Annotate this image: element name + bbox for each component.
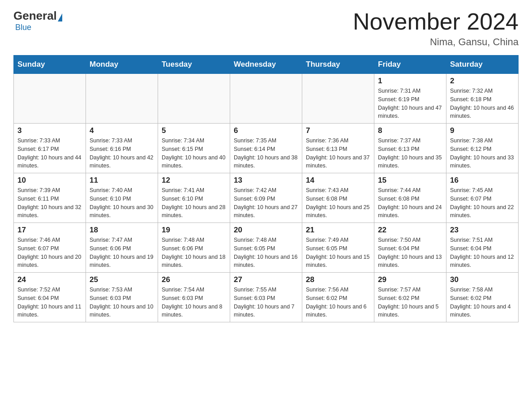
- day-info: Sunrise: 7:54 AMSunset: 6:03 PMDaylight:…: [162, 286, 226, 319]
- weekday-header-friday: Friday: [374, 56, 446, 74]
- week-row-1: 1Sunrise: 7:31 AMSunset: 6:19 PMDaylight…: [14, 74, 519, 124]
- logo-general-text: General: [13, 9, 57, 23]
- weekday-header-thursday: Thursday: [302, 56, 374, 74]
- day-number: 21: [306, 226, 370, 235]
- week-row-2: 3Sunrise: 7:33 AMSunset: 6:17 PMDaylight…: [14, 124, 519, 173]
- day-info: Sunrise: 7:32 AMSunset: 6:18 PMDaylight:…: [450, 87, 515, 120]
- weekday-header-saturday: Saturday: [446, 56, 519, 74]
- day-number: 9: [450, 126, 515, 135]
- day-number: 14: [306, 176, 370, 185]
- calendar-cell: 2Sunrise: 7:32 AMSunset: 6:18 PMDaylight…: [446, 74, 519, 124]
- day-info: Sunrise: 7:58 AMSunset: 6:02 PMDaylight:…: [450, 286, 515, 319]
- day-number: 23: [450, 226, 515, 235]
- calendar-cell: 25Sunrise: 7:53 AMSunset: 6:03 PMDayligh…: [86, 273, 158, 322]
- day-info: Sunrise: 7:37 AMSunset: 6:13 PMDaylight:…: [378, 137, 442, 170]
- weekday-header-wednesday: Wednesday: [230, 56, 302, 74]
- calendar-cell: 5Sunrise: 7:34 AMSunset: 6:15 PMDaylight…: [158, 124, 230, 173]
- day-number: 1: [378, 77, 442, 86]
- weekday-header-sunday: Sunday: [14, 56, 86, 74]
- calendar-cell: 12Sunrise: 7:41 AMSunset: 6:10 PMDayligh…: [158, 173, 230, 223]
- calendar-cell: 14Sunrise: 7:43 AMSunset: 6:08 PMDayligh…: [302, 173, 374, 223]
- day-number: 2: [450, 77, 515, 86]
- logo: General Blue: [13, 9, 63, 32]
- day-info: Sunrise: 7:39 AMSunset: 6:11 PMDaylight:…: [17, 186, 82, 220]
- calendar-cell: 9Sunrise: 7:38 AMSunset: 6:12 PMDaylight…: [446, 124, 519, 173]
- calendar-cell: [230, 74, 302, 124]
- day-number: 8: [378, 126, 442, 135]
- calendar-cell: 8Sunrise: 7:37 AMSunset: 6:13 PMDaylight…: [374, 124, 446, 173]
- day-number: 22: [378, 226, 442, 235]
- day-info: Sunrise: 7:56 AMSunset: 6:02 PMDaylight:…: [306, 286, 370, 319]
- day-number: 30: [450, 275, 515, 284]
- day-number: 25: [90, 275, 154, 284]
- day-number: 10: [17, 176, 82, 185]
- calendar-cell: [158, 74, 230, 124]
- calendar-cell: 1Sunrise: 7:31 AMSunset: 6:19 PMDaylight…: [374, 74, 446, 124]
- weekday-header-monday: Monday: [86, 56, 158, 74]
- day-info: Sunrise: 7:45 AMSunset: 6:07 PMDaylight:…: [450, 186, 515, 220]
- day-info: Sunrise: 7:35 AMSunset: 6:14 PMDaylight:…: [234, 137, 298, 170]
- day-info: Sunrise: 7:55 AMSunset: 6:03 PMDaylight:…: [234, 286, 298, 319]
- calendar-cell: 4Sunrise: 7:33 AMSunset: 6:16 PMDaylight…: [86, 124, 158, 173]
- day-info: Sunrise: 7:49 AMSunset: 6:05 PMDaylight:…: [306, 236, 370, 270]
- week-row-4: 17Sunrise: 7:46 AMSunset: 6:07 PMDayligh…: [14, 223, 519, 273]
- day-number: 11: [90, 176, 154, 185]
- header-row: SundayMondayTuesdayWednesdayThursdayFrid…: [14, 56, 519, 74]
- day-number: 26: [162, 275, 226, 284]
- day-number: 5: [162, 126, 226, 135]
- calendar-cell: [86, 74, 158, 124]
- calendar-cell: 19Sunrise: 7:48 AMSunset: 6:06 PMDayligh…: [158, 223, 230, 273]
- title-area: November 2024 Nima, Gansu, China: [353, 9, 519, 48]
- calendar-cell: 26Sunrise: 7:54 AMSunset: 6:03 PMDayligh…: [158, 273, 230, 322]
- day-info: Sunrise: 7:33 AMSunset: 6:17 PMDaylight:…: [17, 137, 82, 170]
- day-number: 20: [234, 226, 298, 235]
- day-info: Sunrise: 7:50 AMSunset: 6:04 PMDaylight:…: [378, 236, 442, 270]
- calendar-cell: 10Sunrise: 7:39 AMSunset: 6:11 PMDayligh…: [14, 173, 86, 223]
- day-info: Sunrise: 7:51 AMSunset: 6:04 PMDaylight:…: [450, 236, 515, 270]
- calendar-cell: 6Sunrise: 7:35 AMSunset: 6:14 PMDaylight…: [230, 124, 302, 173]
- day-number: 7: [306, 126, 370, 135]
- day-number: 4: [90, 126, 154, 135]
- day-info: Sunrise: 7:57 AMSunset: 6:02 PMDaylight:…: [378, 286, 442, 319]
- day-info: Sunrise: 7:52 AMSunset: 6:04 PMDaylight:…: [17, 286, 82, 319]
- day-number: 13: [234, 176, 298, 185]
- calendar-cell: 30Sunrise: 7:58 AMSunset: 6:02 PMDayligh…: [446, 273, 519, 322]
- calendar-cell: 17Sunrise: 7:46 AMSunset: 6:07 PMDayligh…: [14, 223, 86, 273]
- day-info: Sunrise: 7:41 AMSunset: 6:10 PMDaylight:…: [162, 186, 226, 220]
- calendar-cell: 22Sunrise: 7:50 AMSunset: 6:04 PMDayligh…: [374, 223, 446, 273]
- month-title: November 2024: [353, 9, 519, 34]
- day-number: 19: [162, 226, 226, 235]
- calendar-cell: 13Sunrise: 7:42 AMSunset: 6:09 PMDayligh…: [230, 173, 302, 223]
- day-number: 17: [17, 226, 82, 235]
- calendar-cell: 3Sunrise: 7:33 AMSunset: 6:17 PMDaylight…: [14, 124, 86, 173]
- day-info: Sunrise: 7:38 AMSunset: 6:12 PMDaylight:…: [450, 137, 515, 170]
- calendar-cell: 23Sunrise: 7:51 AMSunset: 6:04 PMDayligh…: [446, 223, 519, 273]
- location: Nima, Gansu, China: [353, 36, 519, 48]
- week-row-3: 10Sunrise: 7:39 AMSunset: 6:11 PMDayligh…: [14, 173, 519, 223]
- day-info: Sunrise: 7:31 AMSunset: 6:19 PMDaylight:…: [378, 87, 442, 120]
- calendar-cell: 18Sunrise: 7:47 AMSunset: 6:06 PMDayligh…: [86, 223, 158, 273]
- day-info: Sunrise: 7:33 AMSunset: 6:16 PMDaylight:…: [90, 137, 154, 170]
- calendar-cell: [14, 74, 86, 124]
- calendar-cell: 11Sunrise: 7:40 AMSunset: 6:10 PMDayligh…: [86, 173, 158, 223]
- day-info: Sunrise: 7:48 AMSunset: 6:05 PMDaylight:…: [234, 236, 298, 270]
- calendar-cell: 24Sunrise: 7:52 AMSunset: 6:04 PMDayligh…: [14, 273, 86, 322]
- logo-triangle-icon: [58, 13, 62, 21]
- calendar-cell: 7Sunrise: 7:36 AMSunset: 6:13 PMDaylight…: [302, 124, 374, 173]
- calendar-cell: 29Sunrise: 7:57 AMSunset: 6:02 PMDayligh…: [374, 273, 446, 322]
- calendar-cell: 16Sunrise: 7:45 AMSunset: 6:07 PMDayligh…: [446, 173, 519, 223]
- calendar-cell: [302, 74, 374, 124]
- day-info: Sunrise: 7:47 AMSunset: 6:06 PMDaylight:…: [90, 236, 154, 270]
- day-info: Sunrise: 7:36 AMSunset: 6:13 PMDaylight:…: [306, 137, 370, 170]
- day-info: Sunrise: 7:48 AMSunset: 6:06 PMDaylight:…: [162, 236, 226, 270]
- calendar-cell: 27Sunrise: 7:55 AMSunset: 6:03 PMDayligh…: [230, 273, 302, 322]
- day-number: 16: [450, 176, 515, 185]
- day-info: Sunrise: 7:43 AMSunset: 6:08 PMDaylight:…: [306, 186, 370, 220]
- day-info: Sunrise: 7:34 AMSunset: 6:15 PMDaylight:…: [162, 137, 226, 170]
- day-number: 29: [378, 275, 442, 284]
- calendar-table: SundayMondayTuesdayWednesdayThursdayFrid…: [13, 55, 519, 322]
- day-info: Sunrise: 7:44 AMSunset: 6:08 PMDaylight:…: [378, 186, 442, 220]
- week-row-5: 24Sunrise: 7:52 AMSunset: 6:04 PMDayligh…: [14, 273, 519, 322]
- day-info: Sunrise: 7:46 AMSunset: 6:07 PMDaylight:…: [17, 236, 82, 270]
- calendar-cell: 15Sunrise: 7:44 AMSunset: 6:08 PMDayligh…: [374, 173, 446, 223]
